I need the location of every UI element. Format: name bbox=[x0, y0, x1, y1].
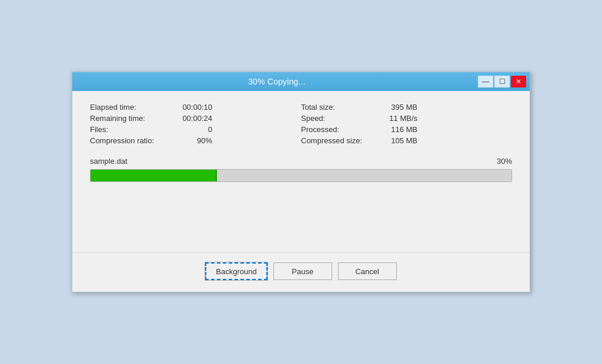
elapsed-value: 00:00:10 bbox=[165, 103, 212, 112]
close-button[interactable]: ✕ bbox=[511, 76, 526, 87]
files-label: Files: bbox=[90, 125, 160, 134]
minimize-button[interactable]: — bbox=[478, 76, 493, 87]
file-percent: 30% bbox=[497, 157, 512, 166]
elapsed-label: Elapsed time: bbox=[90, 103, 160, 112]
stat-row-processed: Processed: 116 MB bbox=[301, 125, 512, 134]
files-value: 0 bbox=[165, 125, 212, 134]
compressed-label: Compressed size: bbox=[301, 136, 377, 145]
processed-value: 116 MB bbox=[382, 125, 417, 134]
stat-row-elapsed: Elapsed time: 00:00:10 bbox=[90, 103, 301, 112]
maximize-button[interactable]: ☐ bbox=[494, 76, 510, 87]
window-controls: — ☐ ✕ bbox=[478, 76, 526, 87]
title-bar: 30% Copying... — ☐ ✕ bbox=[72, 72, 530, 91]
compression-label: Compression ratio: bbox=[90, 136, 160, 145]
cancel-button[interactable]: Cancel bbox=[338, 262, 397, 280]
stat-row-remaining: Remaining time: 00:00:24 bbox=[90, 114, 301, 123]
background-button[interactable]: Background bbox=[205, 262, 267, 280]
stat-row-compressed: Compressed size: 105 MB bbox=[301, 136, 512, 145]
remaining-value: 00:00:24 bbox=[165, 114, 212, 123]
window-title: 30% Copying... bbox=[76, 77, 478, 86]
speed-value: 11 MB/s bbox=[382, 114, 417, 123]
file-info-row: sample.dat 30% bbox=[90, 157, 512, 166]
stats-left: Elapsed time: 00:00:10 Remaining time: 0… bbox=[90, 103, 301, 145]
file-name: sample.dat bbox=[90, 157, 128, 166]
stat-row-speed: Speed: 11 MB/s bbox=[301, 114, 512, 123]
stats-grid: Elapsed time: 00:00:10 Remaining time: 0… bbox=[90, 103, 512, 145]
remaining-label: Remaining time: bbox=[90, 114, 160, 123]
processed-label: Processed: bbox=[301, 125, 377, 134]
stats-right: Total size: 395 MB Speed: 11 MB/s Proces… bbox=[301, 103, 512, 145]
total-size-value: 395 MB bbox=[382, 103, 417, 112]
button-row: Background Pause Cancel bbox=[72, 252, 530, 292]
stat-row-files: Files: 0 bbox=[90, 125, 301, 134]
compression-value: 90% bbox=[165, 136, 212, 145]
compressed-value: 105 MB bbox=[382, 136, 417, 145]
progress-bar-container bbox=[90, 169, 512, 182]
spacer bbox=[90, 194, 512, 241]
copy-dialog-window: 30% Copying... — ☐ ✕ Elapsed time: 00:00… bbox=[72, 72, 530, 292]
stat-row-total-size: Total size: 395 MB bbox=[301, 103, 512, 112]
stat-row-compression: Compression ratio: 90% bbox=[90, 136, 301, 145]
progress-bar-fill bbox=[91, 170, 217, 181]
total-size-label: Total size: bbox=[301, 103, 377, 112]
pause-button[interactable]: Pause bbox=[273, 262, 332, 280]
speed-label: Speed: bbox=[301, 114, 377, 123]
dialog-content: Elapsed time: 00:00:10 Remaining time: 0… bbox=[72, 91, 530, 252]
